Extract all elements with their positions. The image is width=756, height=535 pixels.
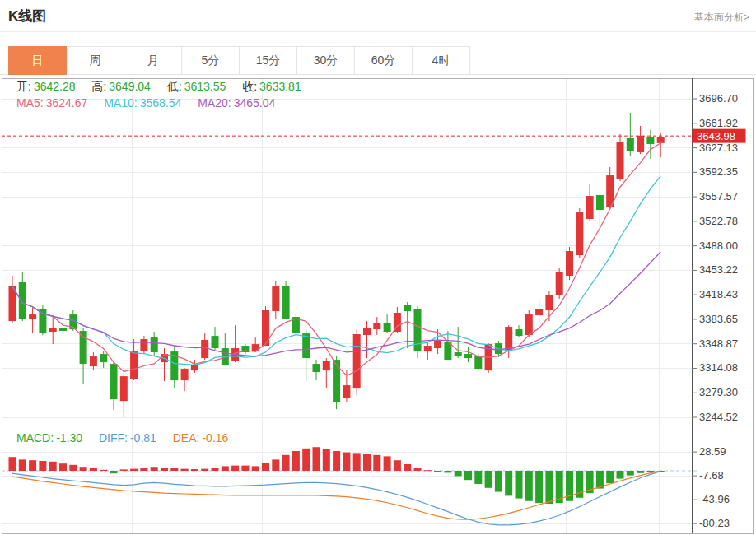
ma10-value: MA10:3568.54 — [104, 96, 181, 109]
ma-lines — [12, 143, 660, 376]
ma5-value: MA5:3624.67 — [16, 96, 87, 109]
macd-lines — [12, 471, 660, 525]
svg-text:3592.35: 3592.35 — [699, 165, 738, 178]
svg-text:3314.08: 3314.08 — [699, 361, 738, 374]
ma5-line — [12, 143, 660, 376]
svg-text:-7.68: -7.68 — [699, 469, 724, 482]
svg-text:3488.00: 3488.00 — [699, 240, 738, 252]
svg-text:3383.65: 3383.65 — [699, 313, 738, 325]
low-value: 低:3613.55 — [167, 80, 226, 93]
open-value: 开:3642.28 — [16, 80, 76, 93]
svg-text:3627.13: 3627.13 — [699, 142, 738, 154]
ma20-line — [12, 252, 660, 356]
ohlc-info-row: 开:3642.28 高:3649.04 低:3613.55 收:3633.81 — [16, 80, 315, 95]
dea-line — [12, 471, 660, 519]
ma-info-row: MA5:3624.67 MA10:3568.54 MA20:3465.04 — [16, 96, 288, 109]
macd-axis: 28.59-7.68-43.96-80.23 — [692, 445, 730, 529]
svg-text:3696.70: 3696.70 — [699, 92, 738, 105]
svg-text:3643.98: 3643.98 — [697, 130, 735, 142]
svg-text:28.59: 28.59 — [699, 445, 726, 458]
macd-value: MACD:-1.30 — [16, 431, 82, 444]
svg-text:3348.87: 3348.87 — [699, 337, 738, 350]
svg-text:3522.78: 3522.78 — [699, 215, 738, 227]
current-price-badge: 3643.98 — [693, 129, 746, 143]
ma20-value: MA20:3465.04 — [198, 96, 275, 109]
svg-text:3279.30: 3279.30 — [699, 386, 738, 398]
svg-text:3418.43: 3418.43 — [699, 288, 738, 300]
dea-value: DEA:-0.16 — [173, 431, 229, 444]
close-value: 收:3633.81 — [242, 80, 301, 93]
macd-info-row: MACD:-1.30 DIFF:-0.81 DEA:-0.16 — [16, 431, 241, 444]
svg-text:3557.57: 3557.57 — [699, 190, 738, 202]
diff-line — [12, 472, 660, 525]
svg-text:-80.23: -80.23 — [699, 517, 730, 529]
high-value: 高:3649.04 — [91, 80, 151, 93]
svg-text:3453.22: 3453.22 — [699, 263, 738, 276]
svg-text:-43.96: -43.96 — [699, 493, 730, 505]
svg-text:3244.52: 3244.52 — [699, 411, 738, 423]
svg-text:3661.92: 3661.92 — [699, 117, 738, 129]
diff-value: DIFF:-0.81 — [99, 431, 156, 444]
tab-day[interactable]: 日 — [8, 46, 67, 75]
